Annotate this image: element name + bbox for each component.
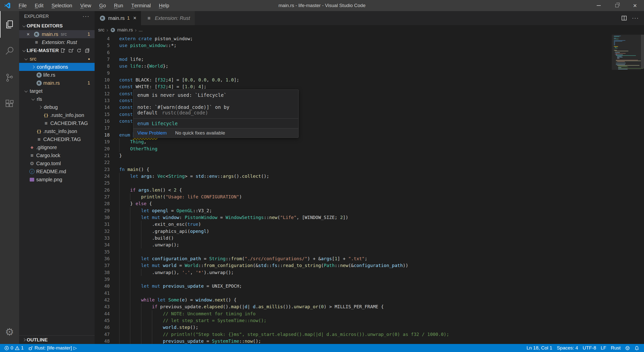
extensions-activity-button[interactable] (0, 91, 19, 118)
code-line[interactable]: 26 if args.len() < 2 { (95, 187, 611, 193)
menu-edit[interactable]: Edit (31, 0, 47, 11)
code-line[interactable]: 5use piston_window::*; (95, 42, 611, 49)
code-line[interactable]: 24 let args: Vec<String> = std::env::arg… (95, 173, 611, 180)
outline-header[interactable]: OUTLINE (19, 335, 95, 344)
menu-file[interactable]: File (15, 0, 31, 11)
tree-item-rls[interactable]: rls (19, 95, 95, 103)
feedback-button[interactable] (623, 344, 632, 352)
breadcrumb-item-[interactable]: ... (139, 27, 143, 33)
code-line[interactable]: 30 let mut window: PistonWindow = Window… (95, 214, 611, 221)
tree-item-cargo-toml[interactable]: ⚙Cargo.toml (19, 159, 95, 167)
tree-item-main-rs[interactable]: main.rs1 (19, 79, 95, 87)
tab-extension-rust[interactable]: ≡Extension: Rust (141, 11, 195, 25)
tree-item-target[interactable]: target (19, 87, 95, 95)
cursor-position[interactable]: Ln 18, Col 1 (524, 344, 554, 352)
more-actions-icon[interactable]: ··· (83, 13, 90, 20)
code-line[interactable]: 6 (95, 49, 611, 56)
code-line[interactable]: 28 } else { (95, 200, 611, 207)
code-line[interactable]: 11const WHITE: [f32;4] = [1.0; 4]; (95, 83, 611, 90)
tab-main-rs[interactable]: main.rs1× (95, 11, 141, 25)
code-line[interactable]: 45 // let step_start = SystemTime::now()… (95, 317, 611, 324)
tree-item-configurations[interactable]: configurations (19, 63, 95, 71)
code-line[interactable]: 10const BLACK: [f32;4] = [0.0, 0.0, 0.0,… (95, 76, 611, 83)
view-problem-link[interactable]: View Problem (137, 130, 167, 136)
code-line[interactable]: 33 .build() (95, 235, 611, 241)
close-icon[interactable]: × (133, 15, 137, 21)
breadcrumb-item-main-rs[interactable]: main.rs (117, 27, 133, 33)
code-line[interactable]: 19 Thing, (95, 138, 611, 145)
minimize-button[interactable] (590, 0, 608, 11)
close-icon[interactable]: × (27, 31, 33, 37)
code-line[interactable]: 32 .graphics_api(opengl) (95, 228, 611, 235)
menu-go[interactable]: Go (95, 0, 110, 11)
menu-terminal[interactable]: Terminal (127, 0, 155, 11)
menu-view[interactable]: View (76, 0, 95, 11)
tree-item-cachedir-tag[interactable]: ≡CACHEDIR.TAG (19, 119, 95, 127)
source-control-activity-button[interactable] (0, 64, 19, 91)
problems-indicator[interactable]: 0 1 (2, 344, 26, 352)
tree-item-src[interactable]: src● (19, 55, 95, 63)
tree-item-rustc-info-json[interactable]: {}.rustc_info.json (19, 127, 95, 135)
more-actions-icon[interactable]: ··· (632, 15, 639, 21)
tree-item-cargo-lock[interactable]: ≡Cargo.lock (19, 151, 95, 159)
tree-item-gitignore[interactable]: ◆.gitignore (19, 143, 95, 151)
new-folder-icon[interactable] (68, 48, 73, 53)
scrollbar[interactable] (641, 35, 644, 68)
code-line[interactable]: 4extern crate piston_window; (95, 35, 611, 42)
breadcrumb-item-src[interactable]: src (98, 27, 104, 33)
close-window-button[interactable]: × (626, 0, 644, 11)
menu-help[interactable]: Help (155, 0, 173, 11)
explorer-activity-button[interactable] (0, 11, 19, 38)
code-line[interactable]: 8use life::{World}; (95, 63, 611, 69)
code-line[interactable]: 46 world.step(); (95, 324, 611, 331)
tree-item-rustc-info-json[interactable]: {}.rustc_info.json (19, 111, 95, 119)
new-file-icon[interactable] (60, 48, 65, 53)
code-line[interactable]: 7mod life; (95, 56, 611, 63)
code-line[interactable]: 29 let opengl = OpenGL::V3_2; (95, 207, 611, 214)
menu-run[interactable]: Run (110, 0, 127, 11)
code-line[interactable]: 25 (95, 180, 611, 186)
code-line[interactable]: 37 let mut world = World::from_configura… (95, 262, 611, 269)
split-editor-icon[interactable] (621, 15, 627, 21)
tree-item-life-rs[interactable]: life.rs (19, 71, 95, 79)
code-line[interactable]: 27 println!("Usage: life CONFIGURATION") (95, 193, 611, 200)
code-line[interactable]: 34 .unwrap(); (95, 241, 611, 248)
open-editor-extension-rust[interactable]: ≡Extension: Rust (19, 38, 95, 46)
open-editors-header[interactable]: OPEN EDITORS (19, 22, 95, 30)
code-line[interactable]: 40 let mut previous_update = UNIX_EPOCH; (95, 283, 611, 289)
code-line[interactable]: 43 if previous_update.elapsed().map(|d| … (95, 303, 611, 310)
minimap[interactable] (612, 35, 641, 344)
indentation-setting[interactable]: Spaces: 4 (554, 344, 580, 352)
search-activity-button[interactable] (0, 38, 19, 64)
notifications-button[interactable] (632, 344, 641, 352)
code-line[interactable]: 47 // println!("Step took: {}ms", step_s… (95, 331, 611, 338)
code-line[interactable]: 20 OtherThing (95, 145, 611, 152)
code-line[interactable]: 9 (95, 70, 611, 76)
language-mode[interactable]: Rust (609, 344, 623, 352)
tree-item-readme-md[interactable]: README.md (19, 167, 95, 175)
manage-button[interactable]: ⚙ (0, 320, 19, 344)
code-line[interactable]: 48 previous_update = SystemTime::now(); (95, 338, 611, 344)
code-line[interactable]: 39 (95, 276, 611, 283)
tree-item-cachedir-tag[interactable]: ≡CACHEDIR.TAG (19, 135, 95, 143)
code-line[interactable]: 35 (95, 248, 611, 255)
tree-item-sample-png[interactable]: sample.png (19, 175, 95, 184)
code-line[interactable]: 23fn main() { (95, 166, 611, 173)
code-line[interactable]: 38 .unwrap(), '.', '*').unwrap(); (95, 269, 611, 276)
code-line[interactable]: 36 let configuration_path = String::from… (95, 255, 611, 262)
eol-setting[interactable]: LF (598, 344, 609, 352)
tree-item-debug[interactable]: debug (19, 103, 95, 111)
menu-selection[interactable]: Selection (48, 0, 76, 11)
encoding-setting[interactable]: UTF-8 (580, 344, 598, 352)
collapse-all-icon[interactable] (85, 48, 90, 53)
code-line[interactable]: 41 (95, 290, 611, 296)
open-editor-main-rs[interactable]: ×main.rssrc1 (19, 30, 95, 38)
code-line[interactable]: 31 .exit_on_esc(true) (95, 221, 611, 228)
code-editor[interactable]: 4extern crate piston_window;5use piston_… (95, 35, 644, 344)
restore-button[interactable] (608, 0, 626, 11)
code-line[interactable]: 21} (95, 152, 611, 159)
folder-section-header[interactable]: LIFE-MASTER (19, 46, 95, 55)
code-line[interactable]: 44 // NOTE: Uncomment for timing info (95, 310, 611, 317)
code-line[interactable]: 42 while let Some(e) = window.next() { (95, 296, 611, 303)
refresh-icon[interactable] (76, 48, 82, 53)
